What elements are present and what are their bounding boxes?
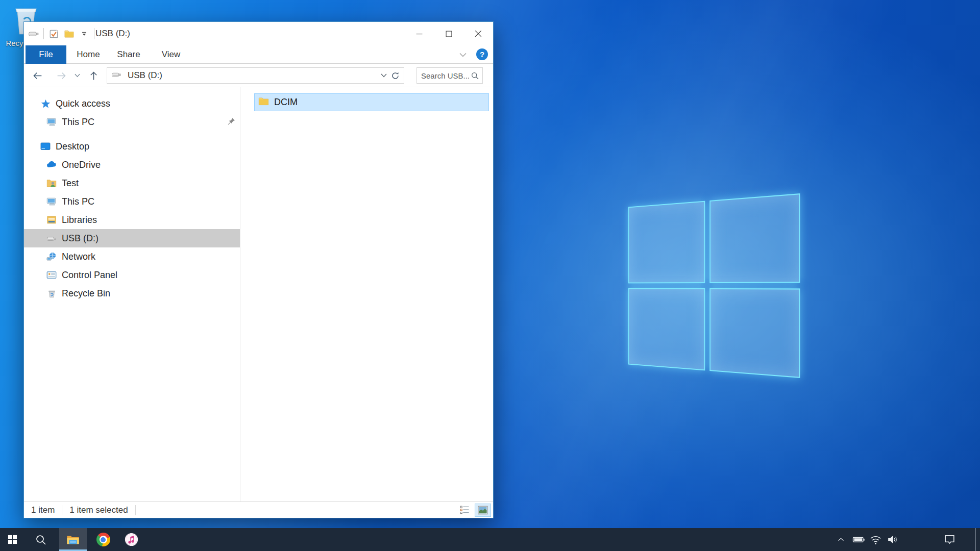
forward-arrow-icon xyxy=(56,70,67,81)
tab-view[interactable]: View xyxy=(158,45,184,64)
sidebar-item-recycle-bin[interactable]: Recycle Bin xyxy=(24,284,240,303)
up-button[interactable] xyxy=(85,67,102,84)
taskbar xyxy=(0,528,980,551)
back-button[interactable] xyxy=(29,67,45,84)
windows-logo-pane xyxy=(709,288,800,378)
this-pc-icon xyxy=(46,196,57,207)
properties-button[interactable] xyxy=(48,28,59,39)
address-history-chevron-icon[interactable] xyxy=(381,73,387,78)
action-center-button[interactable] xyxy=(941,533,958,546)
battery-status-button[interactable] xyxy=(850,533,867,546)
network-status-button[interactable] xyxy=(867,533,884,546)
minimize-button[interactable] xyxy=(404,22,434,45)
network-icon xyxy=(46,252,57,262)
titlebar[interactable]: USB (D:) xyxy=(24,22,493,45)
caption-buttons xyxy=(404,22,493,45)
sidebar-item-this-pc[interactable]: This PC xyxy=(24,192,240,211)
control-panel-icon xyxy=(46,270,57,280)
folder-icon xyxy=(258,96,269,109)
new-folder-icon xyxy=(64,29,75,39)
refresh-icon[interactable] xyxy=(391,71,400,80)
thumbnail-view-button[interactable] xyxy=(475,504,491,517)
user-folder-icon xyxy=(46,178,57,188)
sidebar-item-this-pc-pinned[interactable]: This PC xyxy=(24,113,240,131)
sidebar-item-usb-d[interactable]: USB (D:) xyxy=(24,229,240,247)
navigation-pane-separator[interactable] xyxy=(240,87,240,503)
usb-drive-icon xyxy=(28,28,39,39)
breadcrumb-chevron-icon[interactable] xyxy=(121,73,126,79)
show-desktop-button[interactable] xyxy=(975,528,980,551)
this-pc-icon xyxy=(46,117,57,127)
sidebar-item-libraries[interactable]: Libraries xyxy=(24,211,240,229)
chrome-icon xyxy=(96,533,110,546)
file-explorer-icon xyxy=(66,533,80,547)
recycle-bin-icon xyxy=(46,288,57,298)
close-button[interactable] xyxy=(463,22,493,45)
search-icon[interactable] xyxy=(471,71,479,80)
forward-button[interactable] xyxy=(53,67,69,84)
windows-logo-pane xyxy=(628,288,705,371)
selection-summary: 1 item selected xyxy=(62,505,135,515)
chevron-up-icon xyxy=(837,535,845,544)
thumbnail-view-icon xyxy=(478,506,488,515)
search-box xyxy=(416,67,483,84)
navigation-toolbar: USB (D:) xyxy=(24,64,493,87)
tray-overflow-button[interactable] xyxy=(832,535,849,544)
ribbon-tab-bar: File Home Share View ? xyxy=(24,45,493,64)
action-center-icon xyxy=(943,533,956,546)
maximize-button[interactable] xyxy=(434,22,463,45)
back-arrow-icon xyxy=(32,70,43,81)
windows-logo-pane xyxy=(709,193,800,283)
help-button[interactable]: ? xyxy=(476,48,488,60)
taskbar-itunes-button[interactable] xyxy=(119,528,143,551)
wifi-icon xyxy=(869,533,882,546)
breadcrumb-chevron-icon[interactable] xyxy=(164,73,168,79)
usb-drive-icon xyxy=(46,233,57,243)
volume-button[interactable] xyxy=(884,533,901,546)
window-title: USB (D:) xyxy=(95,22,130,45)
qat-customize-chevron-icon xyxy=(81,30,88,37)
start-button[interactable] xyxy=(0,528,24,551)
qat-separator xyxy=(94,28,94,39)
sidebar-item-desktop[interactable]: Desktop xyxy=(24,137,240,156)
new-folder-button[interactable] xyxy=(63,28,75,39)
tab-share[interactable]: Share xyxy=(114,45,143,64)
sidebar-item-network[interactable]: Network xyxy=(24,247,240,266)
desktop-icon xyxy=(40,141,51,152)
search-icon xyxy=(35,534,47,546)
sidebar-item-quick-access[interactable]: Quick access xyxy=(24,94,240,113)
quick-access-star-icon xyxy=(40,98,51,109)
properties-check-icon xyxy=(48,29,59,39)
breadcrumb-segment[interactable]: USB (D:) xyxy=(126,70,164,81)
sidebar-item-test[interactable]: Test xyxy=(24,174,240,192)
minimize-icon xyxy=(416,31,423,37)
libraries-icon xyxy=(46,215,57,225)
volume-icon xyxy=(886,533,899,546)
item-count: 1 item xyxy=(24,505,62,515)
maximize-icon xyxy=(446,31,452,37)
recent-locations-button[interactable] xyxy=(71,67,83,84)
chevron-down-icon xyxy=(459,53,467,57)
taskbar-search-button[interactable] xyxy=(29,528,53,551)
address-bar[interactable]: USB (D:) xyxy=(107,67,404,84)
tab-file[interactable]: File xyxy=(26,45,66,64)
quick-access-toolbar xyxy=(28,22,94,45)
pin-icon xyxy=(227,117,236,129)
taskbar-file-explorer-button[interactable] xyxy=(59,528,87,551)
file-item-dcim[interactable]: DCIM xyxy=(254,93,489,111)
expand-ribbon-button[interactable] xyxy=(457,49,469,60)
itunes-icon xyxy=(125,533,138,546)
tab-home[interactable]: Home xyxy=(74,45,103,64)
usb-drive-icon xyxy=(111,69,121,82)
file-item-name: DCIM xyxy=(274,97,298,108)
taskbar-chrome-button[interactable] xyxy=(91,528,115,551)
screen: Recycle Bin xyxy=(0,0,980,551)
sidebar-item-onedrive[interactable]: OneDrive xyxy=(24,156,240,174)
details-view-icon xyxy=(460,505,470,515)
details-view-button[interactable] xyxy=(456,504,473,517)
sidebar-item-control-panel[interactable]: Control Panel xyxy=(24,266,240,284)
search-input[interactable] xyxy=(417,71,471,80)
customize-quick-access-button[interactable] xyxy=(79,28,90,39)
up-arrow-icon xyxy=(88,70,99,81)
file-explorer-window: USB (D:) xyxy=(23,21,494,518)
